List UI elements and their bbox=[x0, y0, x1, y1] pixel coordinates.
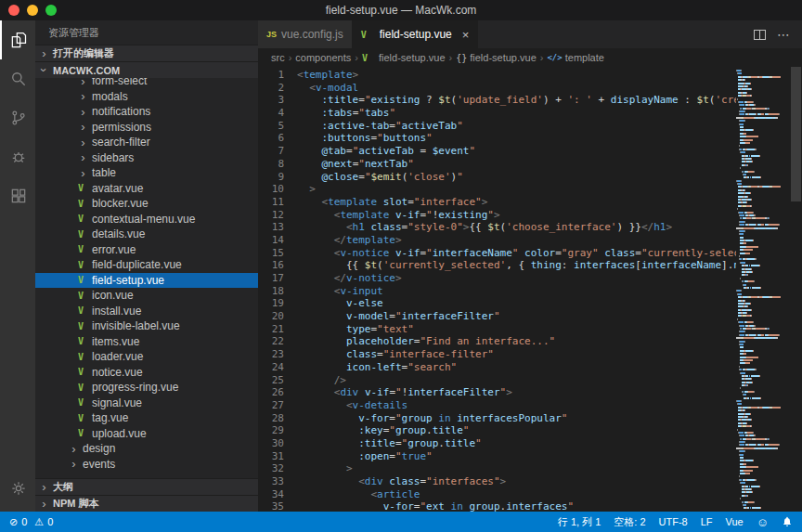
more-actions-icon[interactable]: ⋯ bbox=[777, 27, 791, 42]
file-label: search-filter bbox=[92, 136, 150, 149]
code-area: <template> <v-modal :title="existing ? $… bbox=[297, 67, 736, 512]
editor[interactable]: 1234567891011121314151617181920212223242… bbox=[258, 67, 802, 512]
minimap-line bbox=[736, 214, 790, 216]
tab-vue.config.js[interactable]: JSvue.config.js bbox=[258, 20, 353, 48]
minimap[interactable] bbox=[736, 67, 790, 512]
tree-item-icon.vue[interactable]: Vicon.vue bbox=[35, 288, 258, 304]
file-label: permissions bbox=[92, 121, 151, 134]
open-editors-section-header[interactable]: › 打开的编辑器 bbox=[35, 45, 258, 61]
chevron-right-icon: › bbox=[78, 136, 88, 149]
close-tab-icon[interactable]: × bbox=[462, 28, 470, 42]
tree-item-tag.vue[interactable]: Vtag.vue bbox=[35, 410, 258, 426]
tree-item-permissions[interactable]: ›permissions bbox=[35, 120, 258, 136]
minimize-window-button[interactable] bbox=[27, 5, 38, 16]
notifications-bell-icon[interactable] bbox=[782, 516, 793, 527]
tree-item-upload.vue[interactable]: Vupload.vue bbox=[35, 426, 258, 442]
code-line-32: > bbox=[297, 462, 736, 475]
minimap-line bbox=[736, 382, 790, 383]
tree-item-details.vue[interactable]: Vdetails.vue bbox=[35, 227, 258, 242]
npm-scripts-section-header[interactable]: › NPM 脚本 bbox=[35, 495, 258, 512]
breadcrumb-field-setup.vue[interactable]: Vfield-setup.vue bbox=[362, 52, 446, 63]
minimap-line bbox=[736, 460, 790, 461]
scrollbar-thumb[interactable] bbox=[791, 67, 801, 201]
line-number: 16 bbox=[258, 259, 284, 272]
outline-section-header[interactable]: › 大纲 bbox=[35, 478, 258, 495]
tree-item-design[interactable]: ›design bbox=[35, 441, 258, 457]
vue-file-icon: V bbox=[78, 428, 88, 438]
minimap-line bbox=[736, 176, 790, 178]
tree-item-invisible-label.vue[interactable]: Vinvisible-label.vue bbox=[35, 318, 258, 334]
file-label: notifications bbox=[92, 105, 150, 118]
tree-item-table[interactable]: ›table bbox=[35, 165, 258, 181]
breadcrumb-template[interactable]: </>template bbox=[547, 52, 603, 63]
minimap-line bbox=[736, 265, 790, 266]
indentation-setting[interactable]: 空格: 2 bbox=[614, 515, 645, 529]
encoding-indicator[interactable]: UTF-8 bbox=[659, 516, 688, 527]
minimap-line bbox=[736, 344, 790, 345]
tree-item-field-setup.vue[interactable]: Vfield-setup.vue bbox=[35, 273, 258, 289]
file-label: details.vue bbox=[92, 227, 145, 240]
tree-item-signal.vue[interactable]: Vsignal.vue bbox=[35, 396, 258, 411]
code-line-33: <div class="interfaces"> bbox=[297, 475, 736, 488]
tree-item-notice.vue[interactable]: Vnotice.vue bbox=[35, 365, 258, 381]
minimap-line bbox=[736, 262, 790, 264]
project-section-header[interactable]: › MACWK.COM bbox=[35, 61, 258, 78]
eol-indicator[interactable]: LF bbox=[701, 516, 713, 527]
tree-item-events[interactable]: ›events bbox=[35, 457, 258, 473]
minimap-line bbox=[736, 242, 790, 244]
cursor-position[interactable]: 行 1, 列 1 bbox=[558, 515, 601, 529]
minimap-line bbox=[736, 145, 790, 147]
line-number: 31 bbox=[258, 450, 284, 463]
settings-icon[interactable] bbox=[0, 469, 35, 508]
breadcrumb-components[interactable]: components bbox=[295, 52, 351, 63]
code-line-23: class="interface-filter" bbox=[297, 348, 736, 361]
explorer-icon[interactable] bbox=[0, 20, 35, 59]
npm-scripts-label: NPM 脚本 bbox=[53, 497, 99, 511]
line-numbers: 1234567891011121314151617181920212223242… bbox=[258, 67, 297, 512]
minimap-line bbox=[736, 432, 790, 434]
minimap-line bbox=[736, 101, 790, 103]
chevron-right-icon: › bbox=[78, 121, 88, 133]
line-number: 26 bbox=[258, 386, 284, 399]
tree-item-notifications[interactable]: ›notifications bbox=[35, 104, 258, 120]
tree-item-avatar.vue[interactable]: Vavatar.vue bbox=[35, 181, 258, 197]
minimap-line bbox=[736, 129, 790, 131]
tree-item-modals[interactable]: ›modals bbox=[35, 89, 258, 105]
tree-item-error.vue[interactable]: Verror.vue bbox=[35, 242, 258, 258]
tab-field-setup.vue[interactable]: Vfield-setup.vue× bbox=[353, 20, 479, 48]
tree-item-form-select[interactable]: ›form-select bbox=[35, 78, 258, 89]
line-number: 29 bbox=[258, 424, 284, 437]
split-editor-icon[interactable] bbox=[754, 30, 766, 40]
minimap-line bbox=[736, 300, 790, 302]
chevron-right-icon: › bbox=[78, 151, 88, 163]
breadcrumb-field-setup.vue[interactable]: {}field-setup.vue bbox=[456, 52, 537, 63]
language-mode[interactable]: Vue bbox=[726, 516, 744, 527]
breadcrumb-src[interactable]: src bbox=[271, 52, 285, 63]
close-window-button[interactable] bbox=[8, 5, 19, 16]
tree-item-blocker.vue[interactable]: Vblocker.vue bbox=[35, 196, 258, 212]
minimap-line bbox=[736, 79, 790, 81]
source-control-icon[interactable] bbox=[0, 98, 35, 137]
tree-item-search-filter[interactable]: ›search-filter bbox=[35, 135, 258, 150]
zoom-window-button[interactable] bbox=[45, 5, 57, 16]
tree-item-progress-ring.vue[interactable]: Vprogress-ring.vue bbox=[35, 380, 258, 396]
search-icon[interactable] bbox=[0, 59, 35, 98]
debug-icon[interactable] bbox=[0, 137, 35, 176]
editor-scrollbar[interactable] bbox=[790, 67, 802, 512]
line-number: 27 bbox=[258, 399, 284, 412]
tree-item-contextual-menu.vue[interactable]: Vcontextual-menu.vue bbox=[35, 212, 258, 227]
extensions-icon[interactable] bbox=[0, 176, 35, 215]
feedback-smiley-icon[interactable]: ☺ bbox=[757, 515, 769, 529]
breadcrumb-separator: › bbox=[289, 52, 292, 63]
minimap-line bbox=[736, 290, 790, 292]
file-label: loader.vue bbox=[92, 350, 143, 363]
tree-item-items.vue[interactable]: Vitems.vue bbox=[35, 334, 258, 350]
minimap-line bbox=[736, 341, 790, 343]
tree-item-field-duplicate.vue[interactable]: Vfield-duplicate.vue bbox=[35, 257, 258, 273]
tree-item-install.vue[interactable]: Vinstall.vue bbox=[35, 304, 258, 319]
problems-indicator[interactable]: ⊘ 0 ⚠ 0 bbox=[9, 516, 53, 528]
file-label: notice.vue bbox=[92, 366, 143, 379]
vue-file-icon: V bbox=[78, 352, 88, 362]
tree-item-sidebars[interactable]: ›sidebars bbox=[35, 150, 258, 166]
tree-item-loader.vue[interactable]: Vloader.vue bbox=[35, 349, 258, 365]
